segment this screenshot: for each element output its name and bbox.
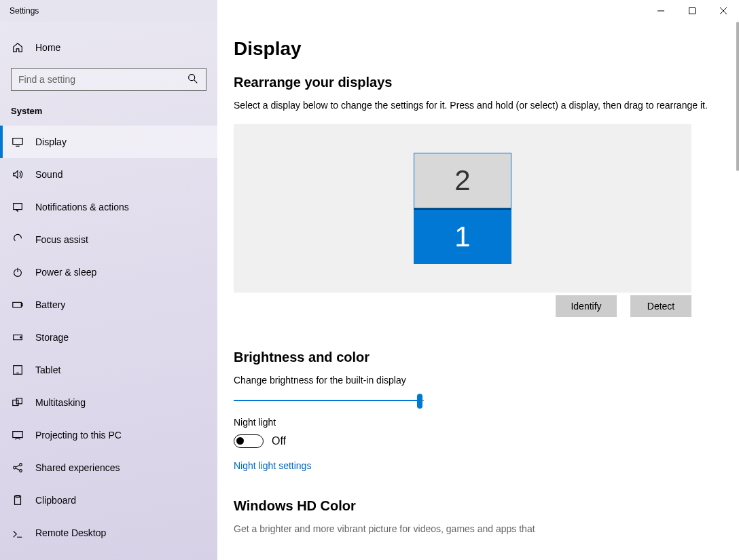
rearrange-heading: Rearrange your displays (234, 75, 723, 90)
nav-label: Notifications & actions (35, 202, 129, 212)
page-title: Display (234, 38, 723, 60)
display-icon (11, 135, 24, 149)
nav-focus-assist[interactable]: Focus assist (0, 223, 217, 256)
close-button[interactable] (708, 0, 739, 22)
projecting-icon (11, 428, 24, 442)
display-arrangement-area[interactable]: 2 1 (234, 124, 691, 293)
nav-list: Display Sound Notifications & actions Fo… (0, 126, 217, 549)
nav-battery[interactable]: Battery (0, 288, 217, 321)
tablet-icon (11, 363, 24, 377)
nav-label: Remote Desktop (35, 527, 106, 538)
svg-line-5 (194, 79, 198, 83)
content-pane: Display Rearrange your displays Select a… (217, 22, 739, 560)
multitasking-icon (11, 396, 24, 409)
toggle-knob (236, 437, 244, 445)
nav-clipboard[interactable]: Clipboard (0, 484, 217, 517)
home-label: Home (35, 42, 60, 53)
brightness-slider-label: Change brightness for the built-in displ… (234, 375, 723, 386)
svg-rect-18 (16, 398, 22, 404)
brightness-slider[interactable] (234, 392, 424, 409)
nav-projecting[interactable]: Projecting to this PC (0, 419, 217, 451)
night-light-label: Night light (234, 417, 723, 428)
svg-point-22 (20, 470, 22, 472)
svg-line-23 (16, 465, 19, 467)
svg-rect-12 (21, 303, 22, 306)
search-icon (187, 73, 199, 87)
window-controls (645, 0, 739, 22)
display-stack: 2 1 (414, 153, 511, 264)
nav-label: Clipboard (35, 495, 76, 506)
nav-remote-desktop[interactable]: Remote Desktop (0, 517, 217, 549)
sidebar: Home System Display Sound Notifications … (0, 22, 217, 560)
identify-button[interactable]: Identify (556, 295, 617, 317)
svg-point-21 (20, 464, 22, 466)
battery-icon (11, 298, 24, 312)
focus-assist-icon (11, 233, 24, 246)
hdcolor-desc: Get a brighter and more vibrant picture … (234, 523, 723, 534)
svg-line-24 (16, 468, 19, 470)
svg-rect-11 (13, 302, 22, 307)
hdcolor-heading: Windows HD Color (234, 498, 723, 514)
nav-label: Storage (35, 332, 69, 343)
night-light-settings-link[interactable]: Night light settings (234, 460, 723, 471)
detect-button[interactable]: Detect (630, 295, 691, 317)
svg-rect-6 (13, 138, 22, 145)
night-light-state: Off (272, 435, 286, 447)
night-light-toggle[interactable] (234, 434, 264, 448)
search-input[interactable] (18, 74, 187, 85)
notifications-icon (11, 200, 24, 214)
rearrange-desc: Select a display below to change the set… (234, 100, 723, 111)
nav-label: Shared experiences (35, 462, 120, 473)
remote-desktop-icon (11, 526, 24, 540)
clipboard-icon (11, 493, 24, 507)
nav-sound[interactable]: Sound (0, 158, 217, 191)
nav-label: Tablet (35, 365, 60, 375)
brightness-heading: Brightness and color (234, 350, 723, 365)
svg-rect-8 (14, 204, 22, 210)
nav-label: Battery (35, 299, 65, 310)
nav-power-sleep[interactable]: Power & sleep (0, 256, 217, 288)
nav-label: Projecting to this PC (35, 430, 122, 441)
category-label: System (0, 91, 217, 126)
home-icon (11, 41, 24, 54)
power-icon (11, 265, 24, 279)
nav-label: Power & sleep (35, 267, 96, 278)
sound-icon (11, 168, 24, 181)
svg-point-14 (20, 337, 22, 338)
nav-notifications[interactable]: Notifications & actions (0, 191, 217, 223)
slider-thumb[interactable] (417, 394, 422, 409)
nav-shared-experiences[interactable]: Shared experiences (0, 451, 217, 484)
scrollbar[interactable] (736, 22, 739, 171)
nav-storage[interactable]: Storage (0, 321, 217, 354)
titlebar: Settings (0, 0, 739, 22)
slider-fill (234, 400, 420, 401)
search-box[interactable] (11, 68, 206, 91)
nav-multitasking[interactable]: Multitasking (0, 386, 217, 419)
nav-display[interactable]: Display (0, 126, 217, 158)
minimize-button[interactable] (645, 0, 677, 22)
svg-rect-1 (689, 8, 696, 14)
nav-label: Focus assist (35, 234, 88, 245)
display-buttons: Identify Detect (234, 295, 691, 317)
monitor-1[interactable]: 1 (414, 208, 511, 264)
night-light-toggle-row: Off (234, 434, 723, 448)
svg-point-4 (189, 74, 195, 80)
svg-point-20 (14, 466, 16, 469)
nav-tablet[interactable]: Tablet (0, 354, 217, 386)
maximize-button[interactable] (677, 0, 708, 22)
monitor-2[interactable]: 2 (414, 153, 511, 208)
home-nav[interactable]: Home (0, 33, 217, 62)
nav-label: Display (35, 136, 67, 147)
nav-label: Sound (35, 169, 62, 180)
window-title: Settings (0, 6, 39, 16)
storage-icon (11, 331, 24, 344)
nav-label: Multitasking (35, 397, 86, 408)
shared-icon (11, 461, 24, 474)
svg-rect-17 (13, 400, 18, 405)
svg-rect-19 (13, 432, 22, 438)
